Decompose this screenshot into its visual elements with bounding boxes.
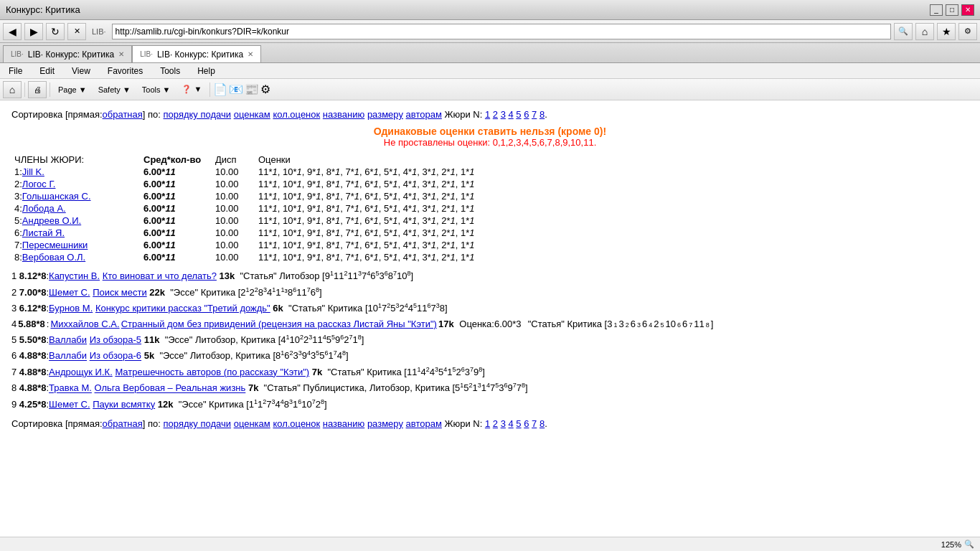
jury-num-4-bottom[interactable]: 4 [509,418,514,429]
jury-num-7-top[interactable]: 7 [532,109,537,120]
entry-title-8[interactable]: Ольга Вербовая – Реальная жизнь [95,383,246,394]
entry-title-7[interactable]: Матрешечность авторов (по рассказу "Кэти… [115,367,309,377]
sort-by-scores-top[interactable]: оценкам [234,109,270,120]
jury-scores-2: 11*1, 10*1, 9*1, 8*1, 7*1, 6*1, 5*1, 4*1… [255,178,478,190]
toolbar-help[interactable]: ❓ ▼ [176,81,207,98]
stop-button[interactable]: ✕ [67,23,86,40]
toolbar-icon-4[interactable]: ⚙ [260,83,270,96]
address-bar[interactable] [112,24,891,39]
jury-num-3-top[interactable]: 3 [501,109,506,120]
toolbar-tools[interactable]: Tools ▼ [137,81,176,98]
entry-title-4[interactable]: Странный дом без привидений (рецензия на… [121,318,437,331]
entry-title-2[interactable]: Поиск мести [93,287,147,298]
minimize-button[interactable]: _ [930,4,943,16]
jury-num-1-top[interactable]: 1 [485,109,490,120]
entry-author-6[interactable]: Валлаби [49,351,87,362]
close-button[interactable]: ✕ [961,4,974,16]
jury-num-5-top[interactable]: 5 [516,109,521,120]
jury-link-3[interactable]: Гольшанская С. [22,191,91,202]
sort-by-count-bottom[interactable]: кол.оценок [273,418,320,429]
entry-title-1[interactable]: Кто виноват и что делать? [103,270,217,281]
jury-num-4-top[interactable]: 4 [509,109,514,120]
entry-score-2: 7.00*8 [19,287,47,298]
jury-name-1: 1:Jill K. [11,166,141,178]
entry-author-5[interactable]: Валлаби [49,334,87,345]
entry-title-6[interactable]: Из обзора-6 [90,351,141,362]
jury-scores-5: 11*1, 10*1, 9*1, 8*1, 7*1, 6*1, 5*1, 4*1… [255,215,478,227]
tab-close-1[interactable]: ✕ [118,50,124,58]
menu-edit[interactable]: Edit [34,65,60,77]
jury-link-6[interactable]: Листай Я. [22,227,65,238]
menu-help[interactable]: Help [192,65,221,77]
sort-by-order-top[interactable]: порядку подачи [164,109,231,120]
entry-title-3[interactable]: Конкурс критики рассказ "Третий дождь" [95,303,270,314]
settings-button[interactable]: ⚙ [958,23,977,40]
tab-1[interactable]: LIB· LIB· Конкурс: Критика ✕ [3,45,132,62]
jury-link-2[interactable]: Логос Г. [22,179,56,189]
toolbar-icon-2[interactable]: 📧 [229,83,243,96]
entry-author-2[interactable]: Шемет С. [49,287,90,298]
tab-close-2[interactable]: ✕ [248,50,253,58]
go-button[interactable]: 🔍 [894,23,913,40]
sort-by-size-bottom[interactable]: размеру [367,418,403,429]
jury-num-7-bottom[interactable]: 7 [532,418,537,429]
jury-num-3-bottom[interactable]: 3 [501,418,506,429]
home-button[interactable]: ⌂ [915,23,934,40]
menu-view[interactable]: View [66,65,96,77]
tab-2[interactable]: LIB· LIB· Конкурс: Критика ✕ [132,45,261,62]
toolbar-icon-1[interactable]: 📄 [213,83,227,96]
sort-by-count-top[interactable]: кол.оценок [273,109,320,120]
jury-num-2-top[interactable]: 2 [493,109,498,120]
menu-file[interactable]: File [3,65,28,77]
toolbar-icon-3[interactable]: 📰 [245,83,259,96]
jury-num-1-bottom[interactable]: 1 [485,418,490,429]
entry-title-9[interactable]: Пауки всмятку [93,399,155,410]
jury-link-8[interactable]: Вербовая О.Л. [22,252,85,263]
sort-by-authors-bottom[interactable]: авторам [406,418,442,429]
jury-num-8-top[interactable]: 8 [540,109,545,120]
entry-title-5[interactable]: Из обзора-5 [90,334,141,345]
jury-link-4[interactable]: Лобода А. [22,203,66,214]
sort-line-bottom: Сортировка [прямая:обратная] по: порядку… [11,418,969,429]
jury-link-7[interactable]: Пересмешники [22,240,88,250]
sort-reverse-top[interactable]: обратная [103,109,143,120]
sort-by-scores-bottom[interactable]: оценкам [234,418,270,429]
toolbar-safety[interactable]: Safety ▼ [93,81,136,98]
window-controls: _ □ ✕ [930,4,974,16]
sort-by-authors-top[interactable]: авторам [406,109,442,120]
sort-by-size-top[interactable]: размеру [367,109,403,120]
entry-author-9[interactable]: Шемет С. [49,399,90,410]
sort-by-title-top[interactable]: названию [323,109,364,120]
toolbar-print[interactable]: 🖨 [28,81,47,98]
jury-num-6-top[interactable]: 6 [524,109,529,120]
jury-num-2-bottom[interactable]: 2 [493,418,498,429]
jury-table: ЧЛЕНЫ ЖЮРИ: Сред*кол-во Дисп Оценки 1:Ji… [11,154,478,263]
toolbar-page[interactable]: Page ▼ [53,81,92,98]
menu-favorites[interactable]: Favorites [102,65,149,77]
jury-link-1[interactable]: Jill K. [22,166,44,177]
jury-avg-2: 6.00*11 [141,178,212,190]
entry-author-7[interactable]: Андрощук И.К. [49,367,113,377]
menu-tools[interactable]: Tools [154,65,186,77]
entry-score-7: 4.88*8 [19,367,47,377]
forward-button[interactable]: ▶ [24,23,43,40]
entry-author-4[interactable]: Миххайлов С.А. [50,318,119,331]
jury-num-5-bottom[interactable]: 5 [516,418,521,429]
entry-num-9: 9 [11,399,19,410]
sort-by-order-bottom[interactable]: порядку подачи [164,418,231,429]
jury-num-6-bottom[interactable]: 6 [524,418,529,429]
toolbar-home[interactable]: ⌂ [3,81,22,98]
entry-author-1[interactable]: Капустин В. [49,270,100,281]
favorites-button[interactable]: ★ [937,23,956,40]
entry-author-3[interactable]: Бурнов М. [49,303,93,314]
back-button[interactable]: ◀ [3,23,22,40]
entry-num-4: 4 [11,318,17,331]
jury-link-5[interactable]: Андреев О.И. [22,215,81,226]
jury-num-8-bottom[interactable]: 8 [540,418,545,429]
sort-by-title-bottom[interactable]: названию [323,418,364,429]
sort-reverse-bottom[interactable]: обратная [103,418,143,429]
entry-author-8[interactable]: Травка М. [49,383,92,394]
maximize-button[interactable]: □ [946,4,958,16]
jury-name-8: 8:Вербовая О.Л. [11,251,141,263]
refresh-button[interactable]: ↻ [46,23,65,40]
